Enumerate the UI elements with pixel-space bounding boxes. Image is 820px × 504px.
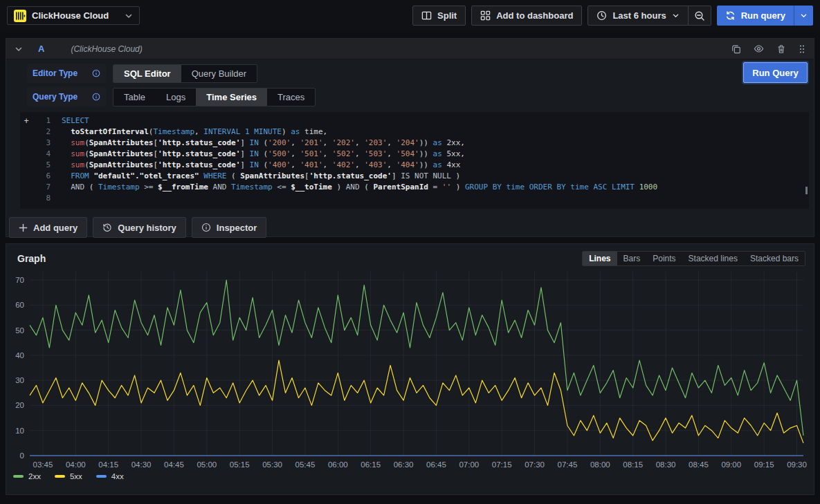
graph-mode-bars[interactable]: Bars	[617, 252, 647, 265]
time-series-chart[interactable]: 01020304050607003:4504:0004:1504:3004:45…	[12, 269, 808, 471]
glyph-margin	[20, 138, 33, 149]
query-type-option-traces[interactable]: Traces	[267, 88, 315, 106]
legend-swatch-5xx	[55, 475, 65, 478]
code-line-8[interactable]: 8	[20, 193, 809, 204]
x-axis-tick-label: 04:45	[164, 460, 184, 469]
graph-panel-header: Graph LinesBarsPointsStacked linesStacke…	[6, 244, 814, 268]
legend-label: 5xx	[70, 472, 82, 480]
inspector-label: Inspector	[217, 223, 257, 233]
x-axis-tick-label: 03:45	[33, 460, 53, 469]
x-axis-tick-label: 07:45	[558, 460, 578, 469]
query-history-button[interactable]: Query history	[93, 217, 186, 238]
code-line-2[interactable]: 2 toStartOfInterval(Timestamp, INTERVAL …	[20, 127, 809, 138]
info-circle-icon	[201, 223, 211, 232]
graph-mode-stacked-lines[interactable]: Stacked lines	[682, 252, 744, 265]
graph-mode-stacked-bars[interactable]: Stacked bars	[744, 252, 805, 265]
split-icon	[421, 10, 432, 21]
editor-type-option-query-builder[interactable]: Query Builder	[181, 65, 257, 82]
run-query-button[interactable]: Run query	[717, 6, 794, 26]
x-axis-tick-label: 09:15	[754, 460, 774, 469]
code-line-4[interactable]: 4 sum(SpanAttributes['http.status_code']…	[20, 149, 809, 160]
eye-icon[interactable]	[754, 44, 764, 54]
zoom-out-icon	[694, 10, 705, 21]
time-range-button[interactable]: Last 6 hours	[587, 6, 688, 26]
glyph-margin	[20, 149, 33, 160]
query-row-actions	[731, 44, 805, 54]
info-icon[interactable]	[92, 69, 100, 77]
info-icon[interactable]	[92, 93, 100, 101]
editor-overview-mark	[805, 187, 808, 194]
chart-canvas[interactable]: 01020304050607003:4504:0004:1504:3004:45…	[12, 269, 808, 471]
inspector-button[interactable]: Inspector	[192, 217, 267, 238]
chart-legend: 2xx5xx4xx	[13, 472, 814, 480]
collapse-chevron-icon[interactable]	[15, 45, 23, 53]
legend-item-2xx[interactable]: 2xx	[13, 472, 41, 480]
legend-item-5xx[interactable]: 5xx	[55, 472, 82, 480]
line-number: 4	[33, 149, 51, 160]
query-type-label: Query Type	[33, 92, 78, 102]
y-axis-tick-label: 60	[15, 301, 24, 309]
split-label: Split	[437, 10, 457, 21]
glyph-margin	[20, 182, 33, 193]
line-number: 8	[33, 193, 51, 204]
legend-swatch-4xx	[96, 475, 107, 478]
add-line-icon[interactable]: +	[20, 115, 33, 127]
x-axis-tick-label: 05:15	[230, 460, 250, 469]
line-number: 3	[33, 138, 51, 149]
editor-type-option-sql-editor[interactable]: SQL Editor	[113, 65, 181, 82]
drag-handle-icon[interactable]	[799, 44, 805, 54]
legend-swatch-2xx	[13, 475, 24, 478]
x-axis-tick-label: 05:00	[197, 460, 217, 469]
sql-code-editor[interactable]: +1SELECT2 toStartOfInterval(Timestamp, I…	[20, 112, 809, 209]
graph-mode-points[interactable]: Points	[646, 252, 682, 265]
code-text: SELECT	[62, 115, 89, 127]
x-axis-tick-label: 05:45	[295, 460, 316, 469]
code-line-6[interactable]: 6 FROM "default"."otel_traces" WHERE ( S…	[20, 171, 809, 182]
code-line-3[interactable]: 3 sum(SpanAttributes['http.status_code']…	[20, 138, 809, 149]
trash-icon[interactable]	[776, 44, 786, 54]
series-line-2xx[interactable]	[30, 280, 803, 436]
split-button[interactable]: Split	[412, 6, 466, 26]
apps-icon	[480, 10, 491, 21]
run-query-dropdown[interactable]	[794, 6, 813, 26]
explore-page: { "topbar": { "datasource": { "name": "C…	[0, 0, 820, 504]
panel-run-query-button[interactable]: Run Query	[743, 62, 808, 83]
x-axis-tick-label: 06:00	[328, 460, 348, 469]
query-row-header[interactable]: A (ClickHouse Cloud)	[6, 39, 814, 59]
datasource-picker[interactable]: ClickHouse Cloud	[7, 6, 140, 25]
graph-panel-title: Graph	[17, 253, 46, 264]
y-axis-tick-label: 40	[15, 351, 24, 360]
chevron-down-icon	[125, 12, 133, 20]
graph-style-toggle: LinesBarsPointsStacked linesStacked bars	[582, 251, 805, 266]
add-to-dashboard-button[interactable]: Add to dashboard	[471, 6, 582, 26]
graph-mode-lines[interactable]: Lines	[583, 252, 617, 265]
line-number: 7	[33, 182, 51, 193]
clickhouse-logo-icon	[14, 10, 26, 22]
code-line-5[interactable]: 5 sum(SpanAttributes['http.status_code']…	[20, 160, 809, 171]
query-type-option-logs[interactable]: Logs	[156, 88, 196, 106]
query-type-option-table[interactable]: Table	[113, 88, 156, 106]
explore-toolbar: ClickHouse Cloud Split Add to dashboard	[0, 0, 820, 31]
zoom-out-time-button[interactable]	[689, 6, 711, 26]
query-actions-row: Add query Query history Inspector	[9, 217, 814, 238]
code-text: sum(SpanAttributes['http.status_code'] I…	[62, 138, 465, 149]
query-type-option-time-series[interactable]: Time Series	[196, 88, 267, 106]
x-axis-tick-label: 04:00	[66, 460, 86, 469]
copy-icon[interactable]	[731, 44, 741, 54]
chevron-down-icon	[672, 12, 680, 19]
x-axis-tick-label: 07:00	[459, 460, 479, 469]
legend-item-4xx[interactable]: 4xx	[96, 472, 124, 480]
x-axis-tick-label: 08:45	[689, 460, 709, 469]
legend-label: 4xx	[111, 472, 124, 480]
glyph-margin	[20, 160, 33, 171]
code-line-1[interactable]: +1SELECT	[20, 115, 809, 127]
query-type-label-chip: Query Type	[27, 87, 106, 106]
run-query-label: Run query	[741, 10, 785, 21]
x-axis-tick-label: 04:30	[131, 460, 152, 469]
plus-icon	[19, 223, 28, 232]
code-text: AND ( Timestamp >= $__fromTime AND Times…	[62, 182, 657, 193]
code-line-7[interactable]: 7 AND ( Timestamp >= $__fromTime AND Tim…	[20, 182, 809, 193]
code-text: FROM "default"."otel_traces" WHERE ( Spa…	[62, 171, 460, 182]
add-query-button[interactable]: Add query	[9, 217, 87, 238]
y-axis-tick-label: 30	[15, 376, 24, 384]
